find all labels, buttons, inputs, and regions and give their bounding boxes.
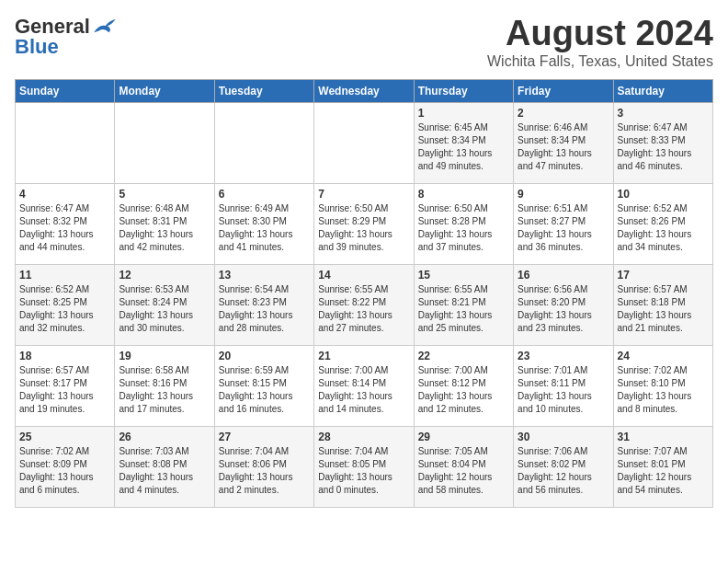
calendar-day-cell: 10Sunrise: 6:52 AMSunset: 8:26 PMDayligh… (613, 183, 712, 264)
calendar-day-cell: 23Sunrise: 7:01 AMSunset: 8:11 PMDayligh… (514, 345, 613, 426)
day-info: Sunrise: 6:45 AMSunset: 8:34 PMDaylight:… (418, 121, 509, 173)
header: General Blue August 2024 Wichita Falls, … (15, 15, 713, 70)
logo-blue: Blue (15, 35, 59, 59)
calendar-day-cell: 20Sunrise: 6:59 AMSunset: 8:15 PMDayligh… (214, 345, 313, 426)
day-info: Sunrise: 6:54 AMSunset: 8:23 PMDaylight:… (219, 283, 310, 335)
day-info: Sunrise: 6:47 AMSunset: 8:32 PMDaylight:… (19, 202, 110, 254)
title-area: August 2024 Wichita Falls, Texas, United… (487, 15, 713, 70)
calendar-day-cell: 11Sunrise: 6:52 AMSunset: 8:25 PMDayligh… (16, 264, 115, 345)
day-number: 20 (219, 350, 310, 362)
day-info: Sunrise: 6:56 AMSunset: 8:20 PMDaylight:… (518, 283, 609, 335)
day-info: Sunrise: 7:00 AMSunset: 8:14 PMDaylight:… (318, 364, 409, 416)
calendar-day-cell: 18Sunrise: 6:57 AMSunset: 8:17 PMDayligh… (16, 345, 115, 426)
calendar-day-cell: 6Sunrise: 6:49 AMSunset: 8:30 PMDaylight… (214, 183, 313, 264)
calendar-week-1: 1Sunrise: 6:45 AMSunset: 8:34 PMDaylight… (16, 102, 713, 183)
day-info: Sunrise: 7:00 AMSunset: 8:12 PMDaylight:… (418, 364, 509, 416)
day-number: 10 (618, 188, 709, 201)
day-info: Sunrise: 7:01 AMSunset: 8:11 PMDaylight:… (518, 364, 609, 416)
day-number: 4 (19, 188, 110, 201)
day-info: Sunrise: 7:04 AMSunset: 8:05 PMDaylight:… (318, 445, 409, 497)
logo: General Blue (15, 15, 118, 59)
logo-bird-icon (92, 17, 118, 36)
day-info: Sunrise: 6:55 AMSunset: 8:22 PMDaylight:… (318, 283, 409, 335)
day-number: 28 (318, 431, 409, 443)
day-info: Sunrise: 7:07 AMSunset: 8:01 PMDaylight:… (618, 445, 709, 497)
day-info: Sunrise: 6:46 AMSunset: 8:34 PMDaylight:… (518, 121, 609, 173)
day-number: 25 (19, 431, 110, 443)
day-number: 12 (119, 269, 210, 282)
calendar-header-monday: Monday (115, 79, 214, 102)
calendar-day-cell: 5Sunrise: 6:48 AMSunset: 8:31 PMDaylight… (115, 183, 214, 264)
calendar-day-cell: 12Sunrise: 6:53 AMSunset: 8:24 PMDayligh… (115, 264, 214, 345)
calendar-day-cell: 24Sunrise: 7:02 AMSunset: 8:10 PMDayligh… (613, 345, 712, 426)
calendar-day-cell: 9Sunrise: 6:51 AMSunset: 8:27 PMDaylight… (514, 183, 613, 264)
day-number: 22 (418, 350, 509, 362)
calendar-day-cell: 8Sunrise: 6:50 AMSunset: 8:28 PMDaylight… (414, 183, 513, 264)
day-number: 23 (518, 350, 609, 362)
calendar-day-cell: 25Sunrise: 7:02 AMSunset: 8:09 PMDayligh… (16, 426, 115, 507)
calendar-week-3: 11Sunrise: 6:52 AMSunset: 8:25 PMDayligh… (16, 264, 713, 345)
calendar-day-cell: 2Sunrise: 6:46 AMSunset: 8:34 PMDaylight… (514, 102, 613, 183)
day-info: Sunrise: 7:04 AMSunset: 8:06 PMDaylight:… (219, 445, 310, 497)
day-number: 11 (19, 269, 110, 282)
day-info: Sunrise: 6:55 AMSunset: 8:21 PMDaylight:… (418, 283, 509, 335)
day-number: 13 (219, 269, 310, 282)
calendar-day-cell: 1Sunrise: 6:45 AMSunset: 8:34 PMDaylight… (414, 102, 513, 183)
day-number: 30 (518, 431, 609, 443)
day-info: Sunrise: 6:49 AMSunset: 8:30 PMDaylight:… (219, 202, 310, 254)
calendar-day-cell: 3Sunrise: 6:47 AMSunset: 8:33 PMDaylight… (613, 102, 712, 183)
calendar-day-cell: 27Sunrise: 7:04 AMSunset: 8:06 PMDayligh… (214, 426, 313, 507)
day-info: Sunrise: 6:50 AMSunset: 8:28 PMDaylight:… (418, 202, 509, 254)
calendar-day-cell: 19Sunrise: 6:58 AMSunset: 8:16 PMDayligh… (115, 345, 214, 426)
calendar-header-thursday: Thursday (414, 79, 513, 102)
day-info: Sunrise: 6:53 AMSunset: 8:24 PMDaylight:… (119, 283, 210, 335)
calendar-day-cell: 28Sunrise: 7:04 AMSunset: 8:05 PMDayligh… (314, 426, 414, 507)
calendar-day-cell (115, 102, 214, 183)
day-info: Sunrise: 7:02 AMSunset: 8:09 PMDaylight:… (19, 445, 110, 497)
day-number: 9 (518, 188, 609, 201)
calendar-header-wednesday: Wednesday (314, 79, 414, 102)
day-number: 17 (618, 269, 709, 282)
day-info: Sunrise: 6:51 AMSunset: 8:27 PMDaylight:… (518, 202, 609, 254)
day-info: Sunrise: 6:57 AMSunset: 8:18 PMDaylight:… (618, 283, 709, 335)
day-number: 27 (219, 431, 310, 443)
calendar-day-cell: 21Sunrise: 7:00 AMSunset: 8:14 PMDayligh… (314, 345, 414, 426)
calendar-day-cell: 4Sunrise: 6:47 AMSunset: 8:32 PMDaylight… (16, 183, 115, 264)
calendar-week-5: 25Sunrise: 7:02 AMSunset: 8:09 PMDayligh… (16, 426, 713, 507)
day-number: 29 (418, 431, 509, 443)
calendar-header-row: SundayMondayTuesdayWednesdayThursdayFrid… (16, 79, 713, 102)
day-info: Sunrise: 6:50 AMSunset: 8:29 PMDaylight:… (318, 202, 409, 254)
day-info: Sunrise: 6:58 AMSunset: 8:16 PMDaylight:… (119, 364, 210, 416)
calendar-table: SundayMondayTuesdayWednesdayThursdayFrid… (15, 79, 713, 508)
calendar-header-friday: Friday (514, 79, 613, 102)
calendar-day-cell: 14Sunrise: 6:55 AMSunset: 8:22 PMDayligh… (314, 264, 414, 345)
calendar-day-cell: 22Sunrise: 7:00 AMSunset: 8:12 PMDayligh… (414, 345, 513, 426)
day-number: 6 (219, 188, 310, 201)
calendar-day-cell (214, 102, 313, 183)
day-number: 14 (318, 269, 409, 282)
day-number: 19 (119, 350, 210, 362)
day-number: 21 (318, 350, 409, 362)
calendar-day-cell: 16Sunrise: 6:56 AMSunset: 8:20 PMDayligh… (514, 264, 613, 345)
day-number: 18 (19, 350, 110, 362)
day-number: 3 (618, 107, 709, 120)
day-info: Sunrise: 6:48 AMSunset: 8:31 PMDaylight:… (119, 202, 210, 254)
calendar-week-2: 4Sunrise: 6:47 AMSunset: 8:32 PMDaylight… (16, 183, 713, 264)
day-number: 31 (618, 431, 709, 443)
day-number: 1 (418, 107, 509, 120)
day-info: Sunrise: 7:02 AMSunset: 8:10 PMDaylight:… (618, 364, 709, 416)
calendar-day-cell: 17Sunrise: 6:57 AMSunset: 8:18 PMDayligh… (613, 264, 712, 345)
calendar-day-cell: 7Sunrise: 6:50 AMSunset: 8:29 PMDaylight… (314, 183, 414, 264)
day-info: Sunrise: 6:47 AMSunset: 8:33 PMDaylight:… (618, 121, 709, 173)
calendar-day-cell (16, 102, 115, 183)
day-number: 2 (518, 107, 609, 120)
day-info: Sunrise: 7:03 AMSunset: 8:08 PMDaylight:… (119, 445, 210, 497)
location-title: Wichita Falls, Texas, United States (487, 53, 713, 70)
day-info: Sunrise: 6:52 AMSunset: 8:26 PMDaylight:… (618, 202, 709, 254)
calendar-header-sunday: Sunday (16, 79, 115, 102)
day-info: Sunrise: 7:06 AMSunset: 8:02 PMDaylight:… (518, 445, 609, 497)
calendar-day-cell: 30Sunrise: 7:06 AMSunset: 8:02 PMDayligh… (514, 426, 613, 507)
calendar-day-cell: 15Sunrise: 6:55 AMSunset: 8:21 PMDayligh… (414, 264, 513, 345)
day-info: Sunrise: 6:52 AMSunset: 8:25 PMDaylight:… (19, 283, 110, 335)
day-number: 5 (119, 188, 210, 201)
